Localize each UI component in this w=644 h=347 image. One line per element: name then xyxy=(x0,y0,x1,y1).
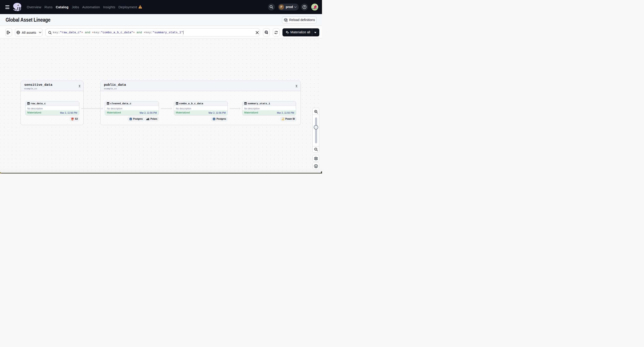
svg-text:?: ? xyxy=(304,5,305,8)
